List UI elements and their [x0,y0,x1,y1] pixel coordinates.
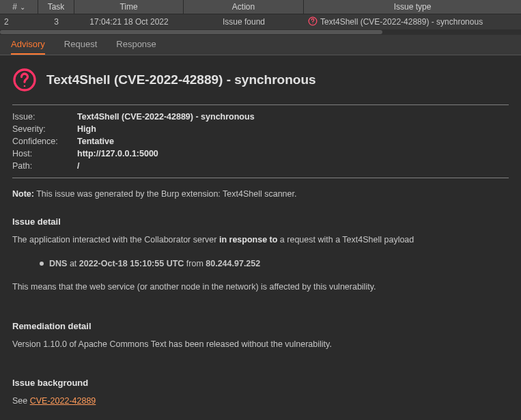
advisory-title: Text4Shell (CVE-2022-42889) - synchronou… [46,72,316,87]
interaction-type: DNS [49,259,67,268]
meta-value-path: / [77,160,79,172]
col-label: # [12,2,17,12]
col-header-task[interactable]: Task [38,0,74,14]
tab-request[interactable]: Request [64,35,97,55]
meta-label-confidence: Confidence: [12,135,77,148]
meta-label-path: Path: [12,160,77,172]
scrollbar-thumb[interactable] [0,30,382,34]
cell-issue-text: Text4Shell (CVE-2022-42889) - synchronou… [320,17,483,27]
table-header-row: # ⌄ Task Time Action Issue type [0,0,521,14]
svg-point-3 [24,85,26,87]
meta-value-host: http://127.0.0.1:5000 [77,148,158,160]
question-circle-icon [12,68,37,92]
interaction-time: 2022-Oct-18 15:10:55 UTC [79,259,184,268]
cve-link[interactable]: CVE-2022-42889 [30,396,96,406]
section-heading: Issue background [12,378,509,388]
text-fragment: at [67,259,79,268]
svg-point-1 [312,23,313,23]
divider [12,178,509,178]
divider [12,104,509,105]
issues-table: # ⌄ Task Time Action Issue type 2 3 17:0… [0,0,521,35]
note-text: This issue was generated by the Burp ext… [36,189,296,199]
meta-label-issue: Issue: [12,111,77,123]
meta-label-severity: Severity: [12,123,77,135]
advisory-meta: Issue: Text4Shell (CVE-2022-42889) - syn… [12,111,509,172]
cell-issue-type: Text4Shell (CVE-2022-42889) - synchronou… [304,15,521,29]
detail-line: The application interacted with the Coll… [12,234,509,247]
col-header-action[interactable]: Action [184,0,304,14]
question-circle-icon [308,16,318,28]
tab-advisory[interactable]: Advisory [11,35,45,55]
col-header-issue-type[interactable]: Issue type [304,0,521,14]
interaction-ip: 80.244.97.252 [206,259,260,268]
remediation-section: Remediation detail Version 1.10.0 of Apa… [12,321,509,351]
meta-label-host: Host: [12,148,77,160]
remediation-text: Version 1.10.0 of Apache Commons Text ha… [12,338,509,351]
interaction-bullet: DNS at 2022-Oct-18 15:10:55 UTC from 80.… [12,247,509,281]
table-row[interactable]: 2 3 17:04:21 18 Oct 2022 Issue found Tex… [0,14,521,29]
tab-response[interactable]: Response [116,35,156,55]
text-fragment: The application interacted with the Coll… [12,235,219,244]
bullet-icon [40,262,44,266]
advisory-note: Note: This issue was generated by the Bu… [12,189,509,199]
cell-task: 3 [38,16,74,28]
cell-time: 17:04:21 18 Oct 2022 [74,16,184,28]
note-label: Note: [12,189,34,199]
detail-conclusion: This means that the web service (or anot… [12,281,509,294]
advisory-title-bar: Text4Shell (CVE-2022-42889) - synchronou… [12,68,509,92]
background-section: Issue background See CVE-2022-42889 [12,378,509,408]
section-heading: Remediation detail [12,321,509,331]
col-header-time[interactable]: Time [74,0,184,14]
advisory-panel: Text4Shell (CVE-2022-42889) - synchronou… [0,55,521,420]
background-text: See CVE-2022-42889 [12,395,509,408]
cell-action: Issue found [184,16,304,28]
issue-detail-section: Issue detail The application interacted … [12,216,509,294]
meta-value-issue: Text4Shell (CVE-2022-42889) - synchronou… [77,111,255,123]
meta-value-severity: High [77,123,96,135]
section-heading: Issue detail [12,216,509,227]
horizontal-scrollbar[interactable] [0,29,521,35]
cell-number: 2 [0,16,38,28]
text-fragment: See [12,396,30,406]
tab-bar: Advisory Request Response [0,35,521,55]
text-fragment: a request with a Text4Shell payload [277,235,414,244]
sort-dropdown-icon: ⌄ [20,3,25,11]
text-fragment: from [184,259,206,268]
meta-value-confidence: Tentative [77,135,114,148]
text-bold: in response to [219,235,277,244]
col-header-number[interactable]: # ⌄ [0,0,38,14]
